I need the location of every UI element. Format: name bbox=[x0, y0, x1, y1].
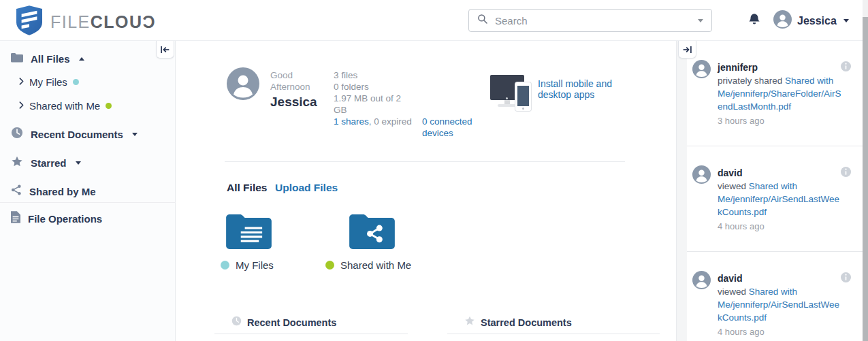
expand-caret-icon bbox=[132, 133, 138, 136]
sidebar-item-all-files[interactable]: All Files bbox=[11, 51, 84, 66]
my-files-folder-icon[interactable] bbox=[226, 213, 272, 252]
storage-usage: 1.97 MB out of 2 GB bbox=[334, 93, 413, 116]
activity-timestamp: 3 hours ago bbox=[718, 115, 843, 127]
activity-item: david viewed Shared with Me/jenniferp/Ai… bbox=[687, 146, 864, 252]
connected-devices: 0 connected devices bbox=[422, 116, 490, 139]
scrollbar-thumb[interactable] bbox=[863, 17, 868, 341]
shared-with-me-dot bbox=[106, 103, 112, 109]
sidebar-item-file-operations[interactable]: File Operations bbox=[11, 211, 102, 226]
activity-description: viewed Shared with Me/jenniferp/AirSendL… bbox=[718, 180, 843, 218]
activity-description: viewed Shared with Me/jenniferp/AirSendL… bbox=[718, 285, 843, 324]
left-sidebar: All Files My Files Shared with Me Recent… bbox=[0, 41, 176, 341]
activity-feed: jenniferp privately shared Shared with M… bbox=[687, 41, 864, 341]
activity-user-name: david bbox=[718, 272, 843, 285]
folder-icon bbox=[11, 52, 23, 65]
recent-documents-card bbox=[214, 334, 408, 341]
starred-documents-section-header: Starred Documents bbox=[464, 316, 572, 329]
user-name: Jessica bbox=[797, 15, 837, 27]
sidebar-item-shared-with-me[interactable]: Shared with Me bbox=[19, 98, 112, 113]
shares-link[interactable]: 1 shares bbox=[334, 116, 369, 127]
content-divider bbox=[225, 161, 625, 162]
star-icon bbox=[464, 316, 475, 329]
document-icon bbox=[11, 211, 20, 226]
share-icon bbox=[11, 184, 22, 198]
chevron-right-icon bbox=[19, 99, 24, 112]
brand-text: FILECLOUƆ bbox=[50, 12, 156, 32]
main-content: Good Afternoon Jessica 3 files 0 folders… bbox=[176, 41, 676, 341]
activity-user-name: jenniferp bbox=[718, 61, 843, 74]
collapse-right-sidebar-button[interactable] bbox=[678, 41, 696, 59]
install-apps-link[interactable]: Install mobile and desktop apps bbox=[538, 78, 628, 100]
info-icon[interactable] bbox=[841, 167, 851, 180]
activity-sidebar: jenniferp privately shared Shared with M… bbox=[676, 41, 868, 341]
collapse-caret-icon bbox=[79, 57, 84, 61]
filecloud-shield-icon bbox=[16, 5, 42, 38]
activity-user-name: david bbox=[718, 167, 843, 180]
sidebar-item-recent-documents[interactable]: Recent Documents bbox=[11, 127, 138, 142]
clock-icon bbox=[231, 316, 242, 329]
info-icon[interactable] bbox=[841, 61, 851, 74]
recent-documents-section-header: Recent Documents bbox=[231, 316, 336, 329]
sidebar-item-my-files[interactable]: My Files bbox=[19, 74, 79, 89]
page-scrollbar[interactable] bbox=[863, 0, 868, 341]
connected-devices-link[interactable]: 0 connected devices bbox=[422, 116, 472, 138]
sidebar-divider bbox=[0, 202, 176, 203]
greeting-user-name: Jessica bbox=[270, 95, 317, 110]
shared-with-me-dot bbox=[325, 261, 334, 270]
user-menu[interactable]: Jessica bbox=[773, 10, 849, 31]
folders-count: 0 folders bbox=[334, 81, 413, 93]
activity-item: david viewed Shared with Me/jenniferp/Ai… bbox=[687, 252, 864, 341]
filecloud-logo[interactable]: FILECLOUƆ bbox=[16, 5, 156, 38]
user-avatar bbox=[773, 10, 792, 31]
starred-documents-card bbox=[447, 334, 660, 341]
tab-all-files[interactable]: All Files bbox=[227, 182, 267, 194]
devices-illustration bbox=[490, 74, 534, 114]
account-stats: 3 files 0 folders 1.97 MB out of 2 GB 1 … bbox=[334, 69, 413, 127]
activity-description: privately shared Shared with Me/jennifer… bbox=[718, 74, 843, 113]
activity-timestamp: 4 hours ago bbox=[718, 326, 843, 338]
collapse-left-sidebar-button[interactable] bbox=[156, 41, 174, 59]
search-dropdown-caret-icon[interactable] bbox=[698, 19, 703, 22]
my-files-tile-label[interactable]: My Files bbox=[221, 259, 274, 271]
phone-icon bbox=[515, 82, 531, 111]
shared-with-me-tile-label[interactable]: Shared with Me bbox=[325, 259, 411, 271]
activity-item: jenniferp privately shared Shared with M… bbox=[687, 41, 864, 146]
star-icon bbox=[11, 156, 23, 170]
chevron-right-icon bbox=[19, 76, 24, 88]
search-icon bbox=[477, 14, 488, 27]
activity-timestamp: 4 hours ago bbox=[718, 221, 843, 233]
user-menu-caret-icon bbox=[843, 19, 849, 22]
notifications-bell-icon[interactable] bbox=[748, 12, 761, 31]
user-avatar bbox=[692, 60, 711, 81]
my-files-dot bbox=[73, 79, 79, 85]
user-avatar bbox=[692, 165, 711, 186]
user-avatar bbox=[692, 271, 711, 292]
greeting-text: Good Afternoon bbox=[270, 69, 325, 93]
clock-icon bbox=[11, 127, 23, 142]
search-input[interactable] bbox=[495, 15, 698, 27]
info-icon[interactable] bbox=[841, 272, 851, 285]
sidebar-item-starred[interactable]: Starred bbox=[11, 155, 81, 170]
top-header: FILECLOUƆ Jessica bbox=[0, 0, 868, 41]
search-bar[interactable] bbox=[468, 9, 712, 32]
greeting-avatar bbox=[227, 67, 259, 103]
expand-caret-icon bbox=[76, 161, 81, 165]
files-count: 3 files bbox=[334, 69, 413, 81]
sidebar-item-shared-by-me[interactable]: Shared by Me bbox=[11, 184, 96, 199]
shares-line: 1 shares, 0 expired bbox=[334, 116, 413, 127]
tab-upload-files[interactable]: Upload Files bbox=[275, 182, 338, 194]
my-files-dot bbox=[221, 261, 229, 270]
shared-folder-icon[interactable] bbox=[349, 213, 395, 252]
